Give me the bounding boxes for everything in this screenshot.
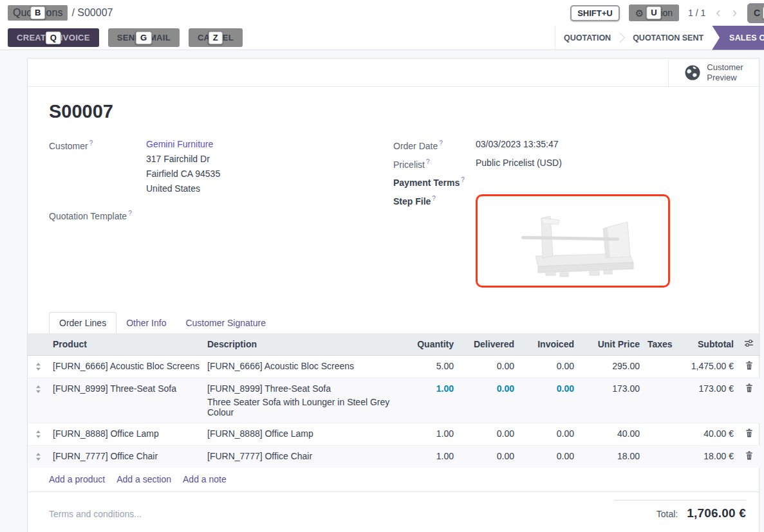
- sheet-footer: Terms and conditions... Total: 1,706.00 …: [28, 492, 759, 520]
- field-quotation-template: Quotation Template?: [49, 209, 393, 221]
- pager-previous-button[interactable]: ‹: [714, 6, 722, 20]
- tab-other-info[interactable]: Other Info: [116, 313, 176, 333]
- pager-next-button[interactable]: ›: [731, 6, 738, 20]
- help-icon: ?: [89, 140, 93, 147]
- action-menu-button[interactable]: ⚙ Action U: [629, 5, 679, 21]
- cell-invoiced[interactable]: 0.00: [518, 355, 578, 378]
- field-payment-terms: Payment Terms?: [393, 176, 738, 188]
- add-a-section-link[interactable]: Add a section: [116, 474, 171, 484]
- cell-taxes[interactable]: [644, 423, 676, 445]
- globe-icon: [684, 64, 701, 81]
- cell-description[interactable]: [FURN_8888] Office Lamp: [203, 423, 403, 445]
- cell-quantity[interactable]: 1.00: [403, 445, 458, 468]
- drag-handle-icon[interactable]: [35, 361, 41, 372]
- truncated-edge-button[interactable]: C: [747, 3, 764, 23]
- page-title: S00007: [49, 101, 738, 122]
- col-description: Description: [203, 333, 403, 356]
- table-row: [FURN_8888] Office Lamp [FURN_8888] Offi…: [28, 423, 760, 445]
- cell-invoiced[interactable]: 0.00: [518, 445, 578, 468]
- breadcrumb: Quotations B / S00007: [8, 5, 113, 21]
- stage-sales-order-active[interactable]: SALES ORDER: [712, 26, 764, 50]
- truncated-edge-button-label: C: [754, 8, 760, 18]
- breadcrumb-quotations-link[interactable]: Quotations B: [8, 5, 68, 21]
- customer-link[interactable]: Gemini Furniture: [146, 139, 220, 149]
- cell-taxes[interactable]: [644, 355, 676, 378]
- terms-and-conditions-field[interactable]: Terms and conditions...: [49, 509, 142, 519]
- cell-description[interactable]: [FURN_6666] Acoustic Bloc Screens: [203, 355, 403, 378]
- drag-handle-icon[interactable]: [35, 383, 41, 395]
- send-email-button[interactable]: SEND EMAIL G: [108, 28, 180, 47]
- cell-invoiced[interactable]: 0.00: [518, 423, 578, 445]
- 3d-model-preview: [478, 196, 668, 286]
- tab-customer-signature[interactable]: Customer Signature: [176, 313, 275, 333]
- optional-columns-button[interactable]: [738, 333, 760, 356]
- cell-quantity[interactable]: 1.00: [403, 423, 458, 445]
- stage-quotation-sent[interactable]: QUOTATION SENT: [624, 33, 712, 42]
- total-value: 1,706.00 €: [687, 506, 746, 520]
- customer-preview-label-line1: Customer: [707, 62, 743, 73]
- cell-taxes[interactable]: [644, 445, 676, 468]
- drag-handle-icon[interactable]: [35, 451, 41, 463]
- cell-invoiced[interactable]: 0.00: [518, 378, 578, 423]
- delete-row-button[interactable]: [745, 383, 753, 394]
- cell-unit-price[interactable]: 295.00: [578, 355, 644, 378]
- total-box: Total: 1,706.00 €: [614, 500, 746, 520]
- cell-delivered[interactable]: 0.00: [458, 355, 518, 378]
- cell-subtotal: 1,475.00 €: [676, 355, 738, 378]
- customer-label: Customer?: [49, 139, 146, 151]
- payment-terms-label: Payment Terms?: [393, 176, 476, 188]
- add-a-product-link[interactable]: Add a product: [49, 474, 105, 484]
- tab-order-lines[interactable]: Order Lines: [49, 312, 116, 333]
- total-label: Total:: [657, 509, 678, 519]
- cell-quantity[interactable]: 1.00: [403, 378, 458, 423]
- col-quantity: Quantity: [403, 333, 458, 356]
- form-sheet: Customer Preview S00007 Customer? Gemini…: [27, 58, 759, 532]
- hint-badge-z: Z: [209, 31, 223, 44]
- step-file-image[interactable]: [476, 194, 670, 288]
- col-product: Product: [49, 333, 203, 356]
- field-step-file: Step File?: [393, 194, 738, 288]
- hint-badge-g: G: [136, 31, 151, 44]
- delete-row-button[interactable]: [745, 361, 753, 372]
- pricelist-value[interactable]: Public Pricelist (USD): [476, 158, 562, 168]
- cell-quantity[interactable]: 5.00: [403, 355, 458, 378]
- delete-row-button[interactable]: [745, 428, 753, 439]
- cell-product[interactable]: [FURN_6666] Acoustic Bloc Screens: [49, 355, 203, 378]
- table-row: [FURN_8999] Three-Seat Sofa [FURN_8999] …: [28, 378, 760, 423]
- cell-taxes[interactable]: [644, 378, 676, 423]
- cell-description[interactable]: [FURN_8999] Three-Seat SofaThree Seater …: [203, 378, 403, 423]
- cell-unit-price[interactable]: 173.00: [578, 378, 644, 423]
- create-invoice-button[interactable]: CREATE INVOICE Q: [8, 28, 99, 47]
- cell-subtotal: 40.00 €: [676, 423, 738, 445]
- cell-description[interactable]: [FURN_7777] Office Chair: [203, 445, 403, 468]
- field-pricelist: Pricelist? Public Pricelist (USD): [393, 158, 738, 170]
- cell-delivered[interactable]: 0.00: [458, 378, 518, 423]
- help-icon: ?: [432, 195, 436, 202]
- cell-product[interactable]: [FURN_7777] Office Chair: [49, 445, 203, 468]
- order-date-label: Order Date?: [393, 139, 476, 151]
- breadcrumb-current: / S00007: [71, 7, 113, 19]
- delete-row-button[interactable]: [745, 451, 753, 462]
- help-icon: ?: [439, 140, 443, 147]
- customer-address: 317 Fairchild Dr Fairfield CA 94535 Unit…: [146, 154, 220, 194]
- help-icon: ?: [128, 210, 132, 217]
- col-delivered: Delivered: [458, 333, 518, 356]
- customer-preview-label-line2: Preview: [707, 73, 743, 83]
- cancel-button[interactable]: CANCEL Z: [189, 28, 243, 47]
- cell-delivered[interactable]: 0.00: [458, 423, 518, 445]
- cell-unit-price[interactable]: 18.00: [578, 445, 644, 468]
- control-panel: CREATE INVOICE Q SEND EMAIL G CANCEL Z Q…: [0, 26, 764, 50]
- customer-preview-button[interactable]: Customer Preview: [668, 59, 759, 86]
- drag-handle-icon[interactable]: [35, 428, 41, 440]
- help-icon: ?: [461, 176, 465, 183]
- cell-delivered[interactable]: 0.00: [458, 445, 518, 468]
- stage-quotation[interactable]: QUOTATION: [555, 33, 619, 42]
- hint-badge-q: Q: [46, 31, 61, 44]
- order-date-value[interactable]: 03/03/2023 13:35:47: [476, 139, 558, 149]
- cell-unit-price[interactable]: 40.00: [578, 423, 644, 445]
- hint-badge-u: U: [646, 6, 661, 19]
- cell-product[interactable]: [FURN_8888] Office Lamp: [49, 423, 203, 445]
- top-navigation-bar: Quotations B / S00007 SHIFT+U ⚙ Action U…: [0, 0, 764, 26]
- cell-product[interactable]: [FURN_8999] Three-Seat Sofa: [49, 378, 203, 423]
- add-a-note-link[interactable]: Add a note: [183, 474, 227, 484]
